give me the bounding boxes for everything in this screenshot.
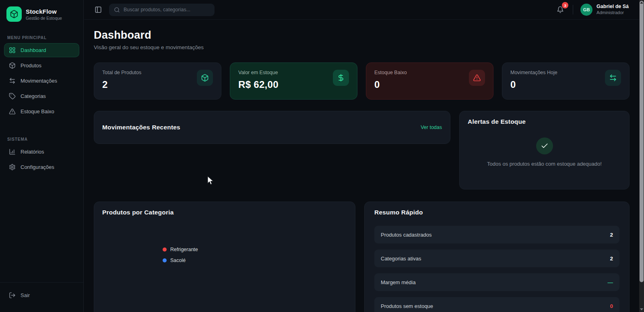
- sidebar-item-label: Dashboard: [21, 47, 46, 53]
- chart-legend: Refrigerante Sacolé: [163, 247, 347, 263]
- view-all-link[interactable]: Ver todas: [421, 125, 442, 130]
- quick-summary-rows: Produtos cadastrados 2 Categorias ativas…: [374, 226, 619, 312]
- stat-card-movimentacoes-hoje: Movimentações Hoje 0: [502, 62, 630, 100]
- sidebar-item-configuracoes[interactable]: Configurações: [4, 160, 79, 174]
- stock-alerts-card: Alertas de Estoque Todos os produtos est…: [459, 111, 630, 189]
- sidebar-item-label: Movimentações: [21, 78, 57, 84]
- notification-badge: 3: [562, 2, 568, 8]
- logout-icon: [9, 292, 16, 299]
- window-scrollbar[interactable]: [639, 0, 644, 312]
- summary-value: 0: [610, 303, 613, 309]
- user-role: Administrador: [597, 10, 629, 16]
- sidebar-item-dashboard[interactable]: Dashboard: [4, 43, 79, 57]
- bottom-row: Produtos por Categoria Refrigerante Saco…: [94, 202, 630, 312]
- scrollbar-down-arrow-icon[interactable]: [640, 308, 643, 310]
- stat-card-total-produtos: Total de Produtos 2: [94, 62, 221, 100]
- tag-icon: [9, 93, 16, 100]
- category-chart-card: Produtos por Categoria Refrigerante Saco…: [94, 202, 355, 312]
- page-subtitle: Visão geral do seu estoque e movimentaçõ…: [94, 44, 630, 50]
- app-name: StockFlow: [26, 8, 62, 15]
- summary-row-produtos-cadastrados: Produtos cadastrados 2: [374, 226, 619, 243]
- legend-label: Sacolé: [170, 258, 186, 263]
- sidebar-item-categorias[interactable]: Categorias: [4, 89, 79, 103]
- stat-label: Estoque Baixo: [374, 70, 407, 75]
- stat-label: Valor em Estoque: [238, 70, 279, 75]
- stat-value: 0: [510, 79, 557, 90]
- alert-triangle-icon: [9, 108, 16, 115]
- stock-alerts-status: Todos os produtos estão com estoque adeq…: [468, 137, 621, 167]
- app-logo: StockFlow Gestão de Estoque: [0, 0, 83, 26]
- sidebar-item-movimentacoes[interactable]: Movimentações: [4, 74, 79, 88]
- recent-movements-title: Movimentações Recentes: [102, 124, 180, 131]
- topbar-divider: [573, 5, 573, 15]
- legend-dot-refrigerante: [163, 248, 167, 252]
- bar-chart-icon: [9, 148, 16, 155]
- summary-label: Categorias ativas: [381, 256, 421, 262]
- sidebar-item-relatorios[interactable]: Relatórios: [4, 145, 79, 159]
- sidebar-item-label: Estoque Baixo: [21, 108, 54, 114]
- summary-value: 2: [610, 232, 613, 238]
- stats-row: Total de Produtos 2 Valor em Estoque R$ …: [94, 62, 630, 100]
- legend-label: Refrigerante: [170, 247, 198, 252]
- legend-dot-sacole: [163, 258, 167, 262]
- summary-label: Produtos cadastrados: [381, 232, 431, 238]
- notifications-button[interactable]: 3: [555, 4, 566, 15]
- gear-icon: [9, 164, 16, 171]
- summary-row-categorias-ativas: Categorias ativas 2: [374, 250, 619, 267]
- sidebar-item-label: Produtos: [21, 62, 41, 69]
- system-nav: Relatórios Configurações: [0, 145, 83, 174]
- sidebar-toggle-button[interactable]: [95, 6, 102, 13]
- search-input[interactable]: [124, 7, 210, 12]
- stockflow-app: StockFlow Gestão de Estoque MENU PRINCIP…: [0, 0, 644, 312]
- stat-card-valor-estoque: Valor em Estoque R$ 62,00: [230, 62, 357, 100]
- main-nav: Dashboard Produtos Movimentações Categor…: [0, 43, 83, 119]
- user-name: Gabriel de Sá: [597, 4, 629, 10]
- summary-row-margem-media: Margem média —: [374, 273, 619, 291]
- stock-alerts-message: Todos os produtos estão com estoque adeq…: [487, 161, 602, 167]
- scrollbar-up-arrow-icon[interactable]: [640, 2, 643, 4]
- logout-button[interactable]: Sair: [4, 288, 79, 302]
- package-icon: [9, 62, 16, 69]
- stat-value: 0: [374, 79, 407, 90]
- sidebar-item-estoque-baixo[interactable]: Estoque Baixo: [4, 104, 79, 119]
- sidebar-item-label: Relatórios: [21, 149, 44, 155]
- sidebar-item-label: Configurações: [21, 164, 54, 170]
- avatar[interactable]: GB: [580, 4, 592, 16]
- sidebar-footer: Sair: [0, 282, 83, 312]
- legend-item[interactable]: Refrigerante: [163, 247, 347, 252]
- search-box: [109, 4, 215, 16]
- summary-row-produtos-sem-estoque: Produtos sem estoque 0: [374, 297, 619, 312]
- legend-item[interactable]: Sacolé: [163, 258, 347, 263]
- summary-label: Produtos sem estoque: [381, 303, 433, 309]
- sidebar-item-produtos[interactable]: Produtos: [4, 58, 79, 73]
- check-icon: [536, 137, 553, 154]
- quick-summary-card: Resumo Rápido Produtos cadastrados 2 Cat…: [364, 202, 630, 312]
- page-title: Dashboard: [94, 29, 630, 42]
- arrows-swap-icon: [605, 70, 621, 86]
- stock-alerts-title: Alertas de Estoque: [468, 118, 621, 125]
- recent-movements-card: Movimentações Recentes Ver todas: [94, 111, 450, 144]
- grid-icon: [9, 47, 16, 54]
- package-logo-icon: [6, 6, 22, 22]
- system-section-label: SISTEMA: [0, 137, 83, 141]
- logout-label: Sair: [21, 292, 30, 298]
- sidebar: StockFlow Gestão de Estoque MENU PRINCIP…: [0, 0, 84, 312]
- quick-summary-title: Resumo Rápido: [374, 209, 619, 216]
- stat-label: Movimentações Hoje: [510, 70, 557, 75]
- search-icon: [114, 7, 120, 13]
- scrollbar-thumb[interactable]: [640, 1, 644, 282]
- topbar: 3 GB Gabriel de Sá Administrador: [84, 0, 639, 20]
- panel-left-icon: [95, 6, 102, 13]
- stat-value: 2: [102, 79, 141, 90]
- topbar-right: 3 GB Gabriel de Sá Administrador: [555, 4, 629, 16]
- stat-label: Total de Produtos: [102, 70, 141, 75]
- stat-value: R$ 62,00: [238, 79, 279, 90]
- category-chart-title: Produtos por Categoria: [102, 209, 347, 216]
- alert-triangle-icon: [469, 70, 485, 86]
- dollar-icon: [333, 70, 349, 86]
- arrows-swap-icon: [9, 77, 16, 84]
- menu-section-label: MENU PRINCIPAL: [0, 35, 83, 40]
- main-content: Dashboard Visão geral do seu estoque e m…: [84, 20, 639, 312]
- package-icon: [197, 70, 213, 86]
- user-info: Gabriel de Sá Administrador: [597, 4, 629, 15]
